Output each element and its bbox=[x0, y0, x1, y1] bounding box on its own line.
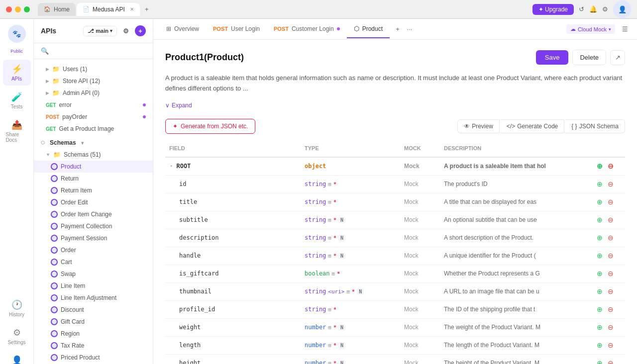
save-button[interactable]: Save bbox=[536, 50, 569, 65]
delete-button[interactable]: Delete bbox=[572, 50, 606, 65]
add-field-button[interactable]: ⊕ bbox=[595, 305, 604, 314]
tree-item-users[interactable]: ▶ 📁 Users (1) bbox=[34, 63, 153, 75]
tab-product[interactable]: ⬡ Product bbox=[347, 20, 390, 38]
add-field-button[interactable]: ⊕ bbox=[595, 197, 604, 206]
field-mock[interactable]: Mock bbox=[404, 198, 444, 205]
field-mock[interactable]: Mock bbox=[404, 270, 444, 277]
tree-item-return-item[interactable]: Return Item bbox=[34, 184, 153, 196]
add-field-button[interactable]: ⊕ bbox=[595, 359, 604, 364]
tree-item-payment-collection[interactable]: Payment Collection bbox=[34, 220, 153, 232]
remove-field-button[interactable]: ⊖ bbox=[606, 287, 615, 296]
field-mock[interactable]: Mock bbox=[404, 360, 444, 364]
tree-item-cart[interactable]: Cart bbox=[34, 256, 153, 268]
remove-field-button[interactable]: ⊖ bbox=[606, 233, 615, 242]
remove-field-button[interactable]: ⊖ bbox=[606, 341, 615, 350]
tree-item-order-item-change[interactable]: Order Item Change bbox=[34, 208, 153, 220]
remove-field-button[interactable]: ⊖ bbox=[606, 305, 615, 314]
generate-code-button[interactable]: </> Generate Code bbox=[501, 119, 564, 133]
user-avatar[interactable]: 👤 bbox=[613, 0, 631, 18]
tree-item-discount[interactable]: Discount bbox=[34, 304, 153, 316]
tab-close-icon[interactable]: ✕ bbox=[130, 6, 134, 12]
menu-button[interactable]: ☰ bbox=[619, 23, 631, 35]
remove-field-button[interactable]: ⊖ bbox=[606, 251, 615, 260]
branch-selector[interactable]: ⎇ main ▾ bbox=[83, 26, 117, 36]
remove-field-button[interactable]: ⊖ bbox=[606, 180, 615, 188]
search-input[interactable] bbox=[52, 48, 146, 55]
add-field-button[interactable]: ⊕ bbox=[595, 287, 604, 296]
tree-item-order-edit[interactable]: Order Edit bbox=[34, 196, 153, 208]
browser-tab-medusa[interactable]: 📄 Medusa API ✕ bbox=[77, 3, 140, 16]
field-mock[interactable]: Mock bbox=[404, 324, 444, 331]
tab-customer-login[interactable]: POST Customer Login bbox=[267, 20, 347, 38]
browser-tab-home[interactable]: 🏠 Home bbox=[38, 3, 76, 16]
tree-item-line-item[interactable]: Line Item bbox=[34, 280, 153, 292]
sidebar-item-settings[interactable]: ⚙ Settings bbox=[3, 323, 31, 349]
maximize-button[interactable] bbox=[24, 6, 30, 12]
remove-field-button[interactable]: ⊖ bbox=[606, 323, 615, 332]
close-button[interactable] bbox=[6, 6, 12, 12]
tree-item-priced-product[interactable]: Priced Product bbox=[34, 352, 153, 364]
tab-overview[interactable]: ⊞ Overview bbox=[159, 20, 206, 38]
refresh-icon[interactable]: ↺ bbox=[579, 5, 584, 13]
field-mock[interactable]: Mock bbox=[404, 342, 444, 349]
sidebar-item-history[interactable]: 🕐 History bbox=[3, 295, 31, 321]
sidebar-item-apis[interactable]: ⚡ APIs bbox=[3, 60, 31, 86]
tree-item-gift-card[interactable]: Gift Card bbox=[34, 316, 153, 328]
field-mock[interactable]: Mock bbox=[404, 234, 444, 241]
tree-item-product[interactable]: Product bbox=[34, 161, 153, 173]
sidebar-item-share[interactable]: 📤 Share Docs bbox=[3, 115, 31, 147]
tree-item-schemas-group[interactable]: ▼ 📁 Schemas (51) bbox=[34, 149, 153, 161]
remove-field-button[interactable]: ⊖ bbox=[606, 197, 615, 206]
field-mock[interactable]: Mock bbox=[404, 163, 444, 170]
tree-item-return[interactable]: Return bbox=[34, 173, 153, 184]
add-field-button[interactable]: ⊕ bbox=[595, 323, 604, 332]
tree-item-line-item-adjustment[interactable]: Line Item Adjustment bbox=[34, 292, 153, 304]
expand-button[interactable]: ∨ Expand bbox=[165, 102, 625, 109]
remove-field-button[interactable]: ⊖ bbox=[606, 269, 615, 278]
remove-field-button[interactable]: ⊖ bbox=[606, 215, 615, 224]
tree-item-swap[interactable]: Swap bbox=[34, 268, 153, 280]
field-mock[interactable]: Mock bbox=[404, 252, 444, 259]
add-tab-button[interactable]: + bbox=[392, 23, 404, 35]
tree-item-tax-rate[interactable]: Tax Rate bbox=[34, 340, 153, 352]
add-field-button[interactable]: ⊕ bbox=[595, 180, 604, 188]
generate-from-json-button[interactable]: ✦ Generate from JSON etc. bbox=[165, 119, 255, 134]
tree-item-payorder[interactable]: POST payOrder bbox=[34, 111, 153, 123]
add-field-button[interactable]: ⊕ bbox=[595, 251, 604, 260]
tree-item-admin-api[interactable]: ▶ 📁 Admin API (0) bbox=[34, 87, 153, 99]
bell-icon[interactable]: 🔔 bbox=[589, 5, 597, 13]
add-field-button[interactable]: ⊕ bbox=[595, 233, 604, 242]
field-mock[interactable]: Mock bbox=[404, 288, 444, 295]
more-tabs-button[interactable]: ··· bbox=[404, 23, 416, 35]
app-logo[interactable]: 🐾 bbox=[8, 25, 26, 43]
tree-item-order[interactable]: Order bbox=[34, 244, 153, 256]
tree-item-store-api[interactable]: ▶ 📁 Store API (12) bbox=[34, 75, 153, 87]
preview-button[interactable]: 👁 Preview bbox=[457, 119, 500, 133]
remove-field-button[interactable]: ⊖ bbox=[606, 162, 615, 171]
add-field-button[interactable]: ⊕ bbox=[595, 269, 604, 278]
schemas-header[interactable]: ⬡ Schemas ▾ bbox=[34, 137, 153, 149]
sidebar-item-invite[interactable]: 👤 Invite bbox=[3, 351, 31, 364]
field-mock[interactable]: Mock bbox=[404, 306, 444, 313]
tree-item-error[interactable]: GET error bbox=[34, 99, 153, 111]
cloud-mock-selector[interactable]: ☁ Cloud Mock ▾ bbox=[566, 24, 615, 34]
field-mock[interactable]: Mock bbox=[404, 181, 444, 187]
upgrade-button[interactable]: ✦ Upgrade bbox=[532, 4, 574, 15]
add-field-button[interactable]: ⊕ bbox=[595, 215, 604, 224]
new-tab-button[interactable]: + bbox=[141, 3, 153, 15]
tab-user-login[interactable]: POST User Login bbox=[206, 20, 267, 38]
json-schema-button[interactable]: { } JSON Schema bbox=[565, 119, 625, 133]
filter-button[interactable]: ⚙ bbox=[120, 25, 132, 37]
add-button[interactable]: + bbox=[135, 25, 146, 36]
minimize-button[interactable] bbox=[15, 6, 21, 12]
sidebar-item-tests[interactable]: 🧪 Tests bbox=[3, 88, 31, 113]
field-mock[interactable]: Mock bbox=[404, 216, 444, 223]
tree-item-product-image[interactable]: GET Get a Product Image bbox=[34, 123, 153, 135]
tree-item-region[interactable]: Region bbox=[34, 328, 153, 340]
remove-field-button[interactable]: ⊖ bbox=[606, 359, 615, 364]
more-options-button[interactable]: ↗ bbox=[610, 50, 625, 65]
settings-icon[interactable]: ⚙ bbox=[602, 5, 608, 13]
add-field-button[interactable]: ⊕ bbox=[595, 341, 604, 350]
tree-item-payment-session[interactable]: Payment Session bbox=[34, 232, 153, 244]
add-field-button[interactable]: ⊕ bbox=[595, 162, 604, 171]
